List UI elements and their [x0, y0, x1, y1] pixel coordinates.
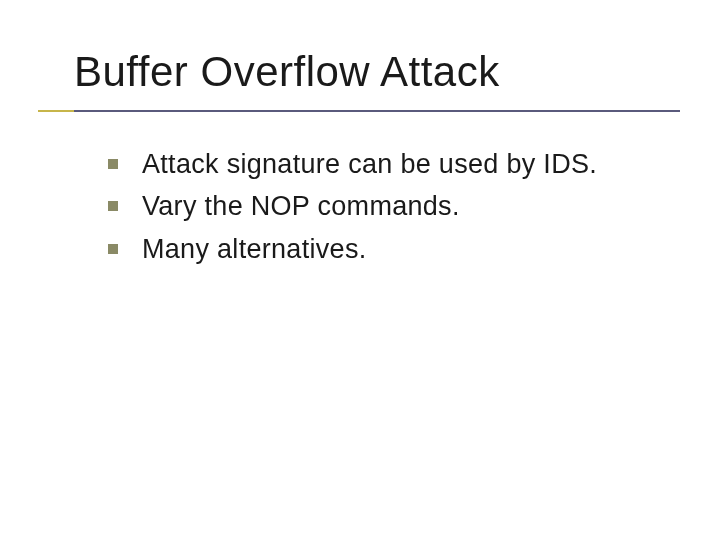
- square-bullet-icon: [108, 159, 118, 169]
- content-area: Attack signature can be used by IDS. Var…: [108, 146, 660, 267]
- title-accent-line: [38, 110, 74, 112]
- slide: Buffer Overflow Attack Attack signature …: [0, 0, 720, 540]
- list-item: Many alternatives.: [108, 231, 660, 267]
- title-container: Buffer Overflow Attack: [74, 48, 680, 112]
- square-bullet-icon: [108, 201, 118, 211]
- bullet-text: Attack signature can be used by IDS.: [142, 146, 597, 182]
- list-item: Attack signature can be used by IDS.: [108, 146, 660, 182]
- slide-title: Buffer Overflow Attack: [74, 48, 680, 96]
- square-bullet-icon: [108, 244, 118, 254]
- bullet-text: Many alternatives.: [142, 231, 367, 267]
- list-item: Vary the NOP commands.: [108, 188, 660, 224]
- bullet-text: Vary the NOP commands.: [142, 188, 460, 224]
